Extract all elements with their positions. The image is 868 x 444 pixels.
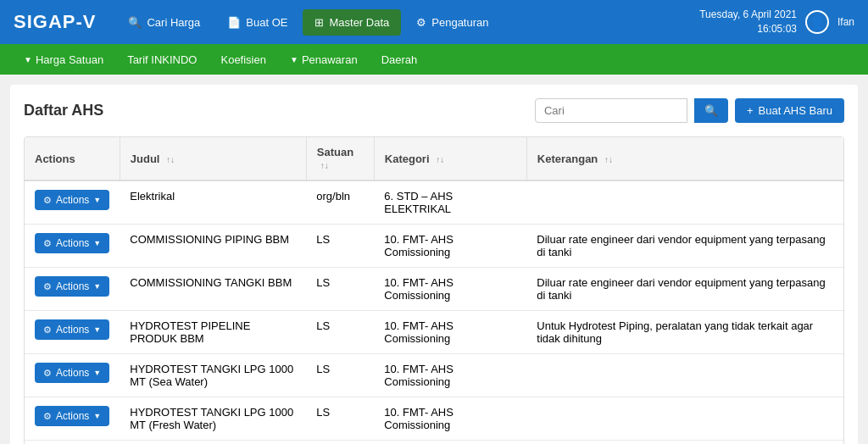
actions-button[interactable]: ⚙ Actions ▼ bbox=[35, 319, 109, 340]
sort-kategori-icon: ↑↓ bbox=[436, 155, 444, 164]
caret-icon: ▼ bbox=[93, 282, 101, 291]
subnav-tarif-inkindo[interactable]: Tarif INKINDO bbox=[117, 48, 207, 71]
cell-actions: ⚙ Actions ▼ bbox=[25, 311, 120, 354]
cell-judul: COMMISSIONING TANGKI BBM bbox=[120, 268, 306, 311]
cell-kategori: 10. FMT- AHS Comissioning bbox=[374, 268, 526, 311]
col-header-satuan[interactable]: Satuan ↑↓ bbox=[306, 137, 374, 180]
nav-items: 🔍 Cari Harga 📄 Buat OE ⊞ Master Data ⚙ P… bbox=[116, 9, 699, 36]
plus-icon: + bbox=[747, 104, 754, 117]
sort-keterangan-icon: ↑↓ bbox=[604, 155, 613, 164]
nav-pengaturan[interactable]: ⚙ Pengaturan bbox=[404, 9, 500, 36]
cell-judul: HYDROTEST PIPELINE PRODUK BBM bbox=[120, 311, 306, 354]
nav-buat-oe[interactable]: 📄 Buat OE bbox=[215, 9, 299, 36]
username-label: Ifan bbox=[837, 16, 854, 28]
dropdown-arrow-penawaran-icon: ▼ bbox=[290, 55, 298, 64]
table-body: ⚙ Actions ▼Elektrikalorg/bln6. STD – AHS… bbox=[25, 180, 843, 444]
search-input[interactable] bbox=[535, 98, 687, 123]
cell-judul: COMMISSIONING PIPING BBM bbox=[120, 225, 306, 268]
cell-kategori: 10. FMT- AHS Comissioning bbox=[374, 354, 526, 397]
top-nav: SIGAP-V 🔍 Cari Harga 📄 Buat OE ⊞ Master … bbox=[0, 0, 868, 44]
table-header-row: Actions Judul ↑↓ Satuan ↑↓ Kategori ↑↓ bbox=[25, 137, 843, 180]
caret-icon: ▼ bbox=[93, 412, 101, 420]
gear-icon: ⚙ bbox=[43, 281, 52, 292]
cell-satuan: org/bln bbox=[306, 180, 374, 225]
actions-button[interactable]: ⚙ Actions ▼ bbox=[35, 233, 109, 253]
subnav-daerah[interactable]: Daerah bbox=[371, 48, 428, 71]
cell-kategori: 10. FMT- AHS bbox=[374, 441, 526, 445]
page-header: Daftar AHS 🔍 + Buat AHS Baru bbox=[24, 98, 844, 123]
cell-actions: ⚙ Actions ▼ bbox=[25, 180, 120, 225]
cell-judul: HYDROTEST TANGKI BBM 1000KL (Sea bbox=[120, 441, 306, 445]
table-row: ⚙ Actions ▼HYDROTEST TANGKI LPG 1000 MT … bbox=[25, 397, 843, 441]
table-row: ⚙ Actions ▼HYDROTEST TANGKI BBM 1000KL (… bbox=[25, 441, 843, 445]
cell-actions: ⚙ Actions ▼ bbox=[25, 397, 120, 441]
header-actions: 🔍 + Buat AHS Baru bbox=[535, 98, 844, 123]
sort-satuan-icon: ↑↓ bbox=[320, 161, 329, 170]
cell-kategori: 10. FMT- AHS Comissioning bbox=[374, 397, 526, 441]
gear-icon: ⚙ bbox=[43, 368, 52, 379]
cell-actions: ⚙ Actions ▼ bbox=[25, 354, 120, 397]
cell-satuan: LS bbox=[306, 268, 374, 311]
dropdown-arrow-icon: ▼ bbox=[24, 55, 32, 64]
cell-satuan: LS bbox=[306, 225, 374, 268]
subnav-harga-satuan[interactable]: ▼ Harga Satuan bbox=[14, 48, 114, 71]
cell-satuan: LS bbox=[306, 397, 374, 441]
nav-master-data[interactable]: ⊞ Master Data bbox=[303, 9, 401, 36]
caret-icon: ▼ bbox=[93, 239, 101, 247]
cell-kategori: 6. STD – AHS ELEKTRIKAL bbox=[374, 180, 526, 225]
create-ahs-button[interactable]: + Buat AHS Baru bbox=[735, 98, 844, 123]
actions-button[interactable]: ⚙ Actions ▼ bbox=[35, 190, 109, 210]
table-row: ⚙ Actions ▼COMMISSIONING TANGKI BBMLS10.… bbox=[25, 268, 843, 311]
caret-icon: ▼ bbox=[93, 369, 101, 377]
actions-button[interactable]: ⚙ Actions ▼ bbox=[35, 406, 109, 426]
user-avatar[interactable]: 👤 bbox=[805, 10, 829, 34]
gear-icon: ⚙ bbox=[43, 325, 52, 336]
cell-kategori: 10. FMT- AHS Comissioning bbox=[374, 225, 526, 268]
actions-button[interactable]: ⚙ Actions ▼ bbox=[35, 276, 109, 297]
table-row: ⚙ Actions ▼Elektrikalorg/bln6. STD – AHS… bbox=[25, 180, 843, 225]
cell-satuan: LS bbox=[306, 311, 374, 354]
cell-keterangan bbox=[526, 180, 843, 225]
cell-keterangan: Diluar rate engineer dari vendor equipme… bbox=[526, 268, 843, 311]
caret-icon: ▼ bbox=[93, 196, 101, 204]
subnav-koefisien[interactable]: Koefisien bbox=[210, 48, 275, 71]
document-nav-icon: 📄 bbox=[227, 16, 241, 29]
cell-actions: ⚙ Actions ▼ bbox=[25, 441, 120, 445]
subnav-penawaran[interactable]: ▼ Penawaran bbox=[280, 48, 368, 71]
cell-judul: HYDROTEST TANGKI LPG 1000 MT (Sea Water) bbox=[120, 354, 306, 397]
cell-keterangan bbox=[526, 441, 843, 445]
col-header-actions: Actions bbox=[25, 137, 120, 180]
cell-keterangan: Untuk Hydrotest Piping, peralatan yang t… bbox=[526, 311, 843, 354]
cell-actions: ⚙ Actions ▼ bbox=[25, 225, 120, 268]
gear-icon: ⚙ bbox=[43, 195, 52, 206]
col-header-kategori[interactable]: Kategori ↑↓ bbox=[374, 137, 526, 180]
actions-button[interactable]: ⚙ Actions ▼ bbox=[35, 363, 109, 383]
main-content: Daftar AHS 🔍 + Buat AHS Baru Actions Jud… bbox=[10, 85, 858, 444]
col-header-judul[interactable]: Judul ↑↓ bbox=[120, 137, 306, 180]
table-row: ⚙ Actions ▼HYDROTEST PIPELINE PRODUK BBM… bbox=[25, 311, 843, 354]
datetime-display: Tuesday, 6 April 2021 16:05:03 bbox=[699, 8, 797, 36]
grid-nav-icon: ⊞ bbox=[314, 16, 324, 29]
gear-icon: ⚙ bbox=[43, 238, 52, 249]
page-title: Daftar AHS bbox=[24, 102, 103, 119]
search-nav-icon: 🔍 bbox=[128, 16, 142, 29]
cell-actions: ⚙ Actions ▼ bbox=[25, 268, 120, 311]
cell-judul: HYDROTEST TANGKI LPG 1000 MT (Fresh Wate… bbox=[120, 397, 306, 441]
cell-satuan: LS bbox=[306, 441, 374, 445]
cell-satuan: LS bbox=[306, 354, 374, 397]
cell-judul: Elektrikal bbox=[120, 180, 306, 225]
cell-keterangan: Diluar rate engineer dari vendor equipme… bbox=[526, 225, 843, 268]
search-button[interactable]: 🔍 bbox=[694, 98, 728, 123]
data-table-container: Actions Judul ↑↓ Satuan ↑↓ Kategori ↑↓ bbox=[24, 136, 844, 444]
cell-kategori: 10. FMT- AHS Comissioning bbox=[374, 311, 526, 354]
app-logo: SIGAP-V bbox=[14, 11, 96, 33]
nav-cari-harga[interactable]: 🔍 Cari Harga bbox=[116, 9, 212, 36]
gear-nav-icon: ⚙ bbox=[416, 16, 426, 29]
top-right: Tuesday, 6 April 2021 16:05:03 👤 Ifan bbox=[699, 8, 854, 36]
cell-keterangan bbox=[526, 354, 843, 397]
caret-icon: ▼ bbox=[93, 325, 101, 334]
sort-judul-icon: ↑↓ bbox=[166, 155, 175, 164]
table-row: ⚙ Actions ▼HYDROTEST TANGKI LPG 1000 MT … bbox=[25, 354, 843, 397]
ahs-table: Actions Judul ↑↓ Satuan ↑↓ Kategori ↑↓ bbox=[25, 137, 843, 444]
col-header-keterangan[interactable]: Keterangan ↑↓ bbox=[526, 137, 843, 180]
